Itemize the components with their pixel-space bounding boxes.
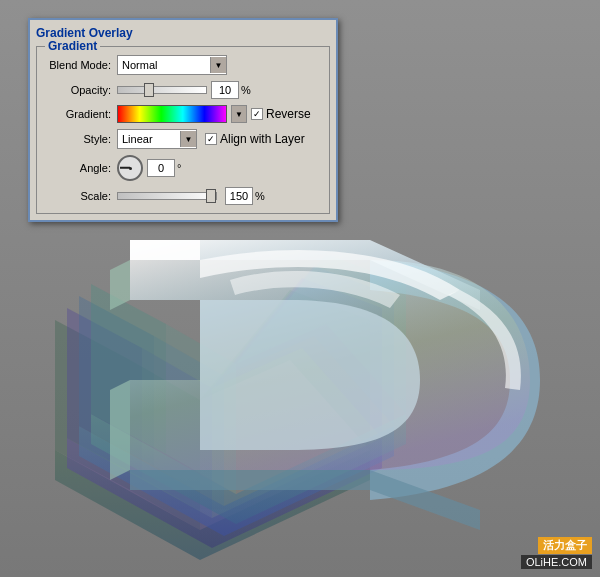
- blend-mode-dropdown[interactable]: Normal ▼: [117, 55, 227, 75]
- svg-marker-13: [130, 240, 480, 310]
- scale-slider-track[interactable]: [117, 192, 217, 200]
- align-layer-label: Align with Layer: [220, 132, 305, 146]
- svg-marker-2: [55, 320, 130, 490]
- align-layer-checkbox[interactable]: [205, 133, 217, 145]
- style-value: Linear: [122, 133, 153, 145]
- opacity-unit: %: [241, 84, 251, 96]
- gradient-bar[interactable]: [117, 105, 227, 123]
- align-layer-checkbox-group: Align with Layer: [205, 132, 305, 146]
- scale-label: Scale:: [45, 190, 117, 202]
- style-row: Style: Linear ▼ Align with Layer: [45, 129, 321, 149]
- svg-marker-16: [110, 380, 130, 480]
- watermark: 活力盒子 OLiHE.COM: [521, 537, 592, 569]
- svg-marker-5: [67, 308, 142, 478]
- opacity-slider-track[interactable]: [117, 86, 207, 94]
- opacity-slider-thumb[interactable]: [144, 83, 154, 97]
- opacity-input[interactable]: [211, 81, 239, 99]
- svg-marker-12: [166, 254, 406, 494]
- svg-marker-10: [91, 414, 406, 524]
- gradient-row: Gradient: ▼ Reverse: [45, 105, 321, 123]
- blend-mode-arrow-icon[interactable]: ▼: [210, 57, 226, 73]
- gradient-bar-container: ▼: [117, 105, 247, 123]
- watermark-url: OLiHE.COM: [521, 555, 592, 569]
- angle-label: Angle:: [45, 162, 117, 174]
- gradient-dropdown-btn[interactable]: ▼: [231, 105, 247, 123]
- group-title: Gradient: [45, 39, 100, 53]
- scale-unit: %: [255, 190, 265, 202]
- svg-marker-8: [79, 296, 154, 466]
- svg-marker-17: [130, 240, 200, 260]
- svg-marker-7: [79, 426, 394, 536]
- scale-input[interactable]: [225, 187, 253, 205]
- blend-mode-value: Normal: [122, 59, 157, 71]
- reverse-checkbox[interactable]: [251, 108, 263, 120]
- svg-marker-6: [142, 278, 382, 518]
- angle-dial[interactable]: [117, 155, 143, 181]
- svg-marker-14: [130, 470, 480, 530]
- reverse-label: Reverse: [266, 107, 311, 121]
- blend-mode-row: Blend Mode: Normal ▼: [45, 55, 321, 75]
- blend-mode-label: Blend Mode:: [45, 59, 117, 71]
- angle-row: Angle: °: [45, 155, 321, 181]
- scale-slider-thumb[interactable]: [206, 189, 216, 203]
- dialog-title: Gradient Overlay: [36, 26, 330, 40]
- reverse-checkbox-group: Reverse: [251, 107, 311, 121]
- style-arrow-icon[interactable]: ▼: [180, 131, 196, 147]
- style-label: Style:: [45, 133, 117, 145]
- style-dropdown[interactable]: Linear ▼: [117, 129, 197, 149]
- svg-marker-11: [91, 284, 166, 454]
- svg-marker-1: [55, 450, 370, 560]
- svg-marker-4: [67, 438, 382, 548]
- opacity-row: Opacity: %: [45, 81, 321, 99]
- scale-row: Scale: %: [45, 187, 321, 205]
- svg-marker-9: [154, 266, 394, 506]
- svg-marker-3: [130, 290, 370, 530]
- gradient-label: Gradient:: [45, 108, 117, 120]
- angle-unit: °: [177, 162, 181, 174]
- angle-input[interactable]: [147, 159, 175, 177]
- opacity-label: Opacity:: [45, 84, 117, 96]
- gradient-group: Gradient Blend Mode: Normal ▼ Opacity: %…: [36, 46, 330, 214]
- angle-center-dot: [129, 167, 132, 170]
- svg-marker-15: [110, 260, 130, 310]
- gradient-overlay-dialog: Gradient Overlay Gradient Blend Mode: No…: [28, 18, 338, 222]
- watermark-brand: 活力盒子: [538, 537, 592, 554]
